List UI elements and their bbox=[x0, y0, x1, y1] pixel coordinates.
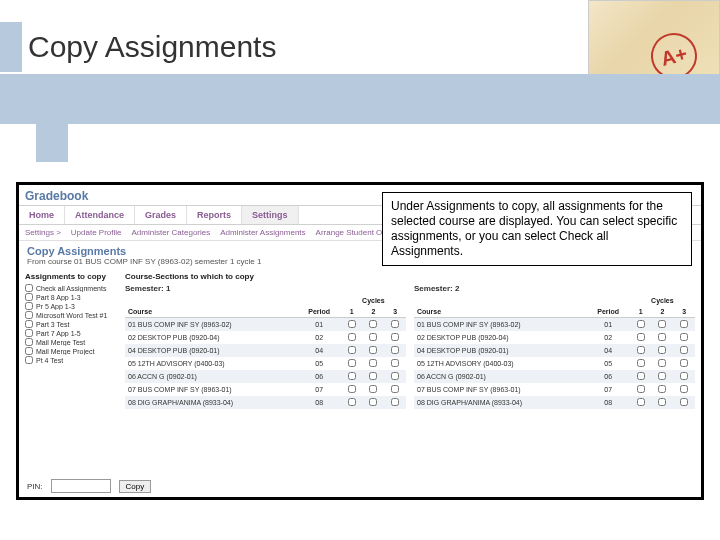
cycle-checkbox[interactable] bbox=[680, 320, 688, 328]
course-name: 05 12TH ADVISORY (0400-03) bbox=[414, 357, 587, 370]
course-row: 08 DIG GRAPH/ANIMA (8933-04)08 bbox=[414, 396, 695, 409]
cycle-checkbox[interactable] bbox=[680, 372, 688, 380]
course-row: 01 BUS COMP INF SY (8963-02)01 bbox=[414, 318, 695, 332]
course-name: 02 DESKTOP PUB (0920-04) bbox=[414, 331, 587, 344]
cycle-checkbox[interactable] bbox=[348, 372, 356, 380]
cycle-checkbox[interactable] bbox=[658, 320, 666, 328]
assignment-row[interactable]: Mail Merge Test bbox=[25, 338, 117, 346]
cycle-checkbox[interactable] bbox=[391, 385, 399, 393]
cycle-checkbox[interactable] bbox=[680, 385, 688, 393]
course-row: 02 DESKTOP PUB (0920-04)02 bbox=[125, 331, 406, 344]
tab-reports[interactable]: Reports bbox=[187, 206, 242, 224]
assignment-checkbox[interactable] bbox=[25, 311, 33, 319]
course-period: 05 bbox=[587, 357, 630, 370]
cycle-checkbox[interactable] bbox=[391, 372, 399, 380]
course-name: 02 DESKTOP PUB (0920-04) bbox=[125, 331, 298, 344]
decorative-t-bar bbox=[0, 74, 720, 124]
course-period: 01 bbox=[587, 318, 630, 332]
cycle-checkbox[interactable] bbox=[391, 398, 399, 406]
assignment-checkbox[interactable] bbox=[25, 302, 33, 310]
course-period: 06 bbox=[298, 370, 341, 383]
check-all-assignments[interactable]: Check all Assignments bbox=[25, 284, 117, 292]
cycle-checkbox[interactable] bbox=[369, 372, 377, 380]
cycle-checkbox[interactable] bbox=[658, 398, 666, 406]
course-period: 02 bbox=[587, 331, 630, 344]
course-row: 04 DESKTOP PUB (0920-01)04 bbox=[414, 344, 695, 357]
assignment-row[interactable]: Mail Merge Project bbox=[25, 347, 117, 355]
tab-home[interactable]: Home bbox=[19, 206, 65, 224]
course-name: 07 BUS COMP INF SY (8963-01) bbox=[125, 383, 298, 396]
course-name: 05 12TH ADVISORY (0400-03) bbox=[125, 357, 298, 370]
course-name: 04 DESKTOP PUB (0920-01) bbox=[414, 344, 587, 357]
tab-settings[interactable]: Settings bbox=[242, 206, 299, 224]
cycle-checkbox[interactable] bbox=[680, 333, 688, 341]
cycle-checkbox[interactable] bbox=[369, 346, 377, 354]
cycle-checkbox[interactable] bbox=[658, 346, 666, 354]
cycle-checkbox[interactable] bbox=[680, 346, 688, 354]
course-period: 04 bbox=[587, 344, 630, 357]
assignment-checkbox[interactable] bbox=[25, 356, 33, 364]
subnav-administer-assignments[interactable]: Administer Assignments bbox=[220, 228, 305, 237]
cycle-checkbox[interactable] bbox=[369, 359, 377, 367]
cycle-checkbox[interactable] bbox=[369, 320, 377, 328]
course-period: 07 bbox=[298, 383, 341, 396]
cycle-checkbox[interactable] bbox=[680, 398, 688, 406]
assignment-row[interactable]: Microsoft Word Test #1 bbox=[25, 311, 117, 319]
cycle-checkbox[interactable] bbox=[348, 346, 356, 354]
slide-title: Copy Assignments bbox=[28, 30, 276, 64]
cycle-checkbox[interactable] bbox=[348, 320, 356, 328]
cycle-checkbox[interactable] bbox=[391, 320, 399, 328]
assignments-column-title: Assignments to copy bbox=[25, 272, 117, 281]
cycle-checkbox[interactable] bbox=[637, 372, 645, 380]
instruction-callout: Under Assignments to copy, all assignmen… bbox=[382, 192, 692, 266]
subnav-administer-categories[interactable]: Administer Categories bbox=[132, 228, 211, 237]
cycle-checkbox[interactable] bbox=[637, 320, 645, 328]
copy-button[interactable]: Copy bbox=[119, 480, 152, 493]
course-name: 01 BUS COMP INF SY (8963-02) bbox=[414, 318, 587, 332]
cycle-checkbox[interactable] bbox=[391, 359, 399, 367]
course-period: 08 bbox=[298, 396, 341, 409]
course-period: 07 bbox=[587, 383, 630, 396]
course-name: 01 BUS COMP INF SY (8963-02) bbox=[125, 318, 298, 332]
cycle-checkbox[interactable] bbox=[658, 372, 666, 380]
assignment-row[interactable]: Part 3 Test bbox=[25, 320, 117, 328]
subnav-update-profile[interactable]: Update Profile bbox=[71, 228, 122, 237]
cycle-checkbox[interactable] bbox=[658, 385, 666, 393]
cycle-checkbox[interactable] bbox=[391, 346, 399, 354]
cycle-checkbox[interactable] bbox=[637, 333, 645, 341]
check-all-checkbox[interactable] bbox=[25, 284, 33, 292]
cycle-checkbox[interactable] bbox=[658, 333, 666, 341]
assignment-row[interactable]: Pt 4 Test bbox=[25, 356, 117, 364]
pin-input[interactable] bbox=[51, 479, 111, 493]
course-name: 04 DESKTOP PUB (0920-01) bbox=[125, 344, 298, 357]
title-accent-bar bbox=[0, 22, 22, 72]
cycle-checkbox[interactable] bbox=[369, 333, 377, 341]
assignment-row[interactable]: Pr 5 App 1-3 bbox=[25, 302, 117, 310]
tab-grades[interactable]: Grades bbox=[135, 206, 187, 224]
cycle-checkbox[interactable] bbox=[637, 346, 645, 354]
assignment-checkbox[interactable] bbox=[25, 329, 33, 337]
cycle-checkbox[interactable] bbox=[369, 398, 377, 406]
assignment-checkbox[interactable] bbox=[25, 338, 33, 346]
assignment-checkbox[interactable] bbox=[25, 347, 33, 355]
assignment-row[interactable]: Part 8 App 1-3 bbox=[25, 293, 117, 301]
tab-attendance[interactable]: Attendance bbox=[65, 206, 135, 224]
cycle-checkbox[interactable] bbox=[637, 359, 645, 367]
cycle-checkbox[interactable] bbox=[348, 359, 356, 367]
cycle-checkbox[interactable] bbox=[348, 333, 356, 341]
cycle-checkbox[interactable] bbox=[637, 385, 645, 393]
cycle-checkbox[interactable] bbox=[348, 398, 356, 406]
assignment-checkbox[interactable] bbox=[25, 320, 33, 328]
pin-label: PIN: bbox=[27, 482, 43, 491]
assignment-checkbox[interactable] bbox=[25, 293, 33, 301]
semester-title: Semester: 2 bbox=[414, 284, 695, 293]
course-row: 07 BUS COMP INF SY (8963-01)07 bbox=[125, 383, 406, 396]
cycle-checkbox[interactable] bbox=[680, 359, 688, 367]
cycle-checkbox[interactable] bbox=[348, 385, 356, 393]
cycle-checkbox[interactable] bbox=[637, 398, 645, 406]
assignment-row[interactable]: Part 7 App 1-5 bbox=[25, 329, 117, 337]
cycle-checkbox[interactable] bbox=[369, 385, 377, 393]
cycle-checkbox[interactable] bbox=[391, 333, 399, 341]
course-row: 06 ACCN G (0902-01)06 bbox=[414, 370, 695, 383]
cycle-checkbox[interactable] bbox=[658, 359, 666, 367]
